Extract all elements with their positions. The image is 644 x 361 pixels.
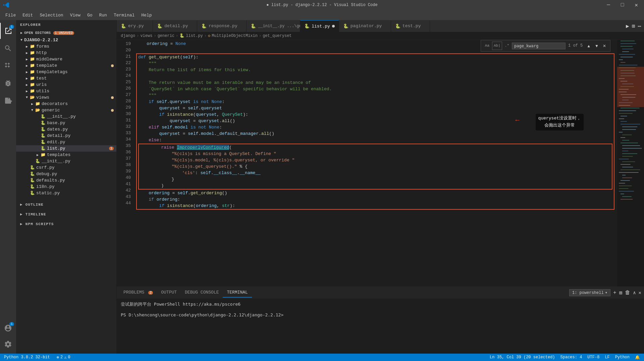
- panel-tab-terminal[interactable]: TERMINAL: [223, 288, 252, 298]
- sidebar-item-http[interactable]: ▶ 📁 http: [16, 50, 116, 56]
- timeline-header[interactable]: ▶ TIMELINE: [16, 209, 116, 219]
- sidebar-item-urls[interactable]: ▶ 📁 urls: [16, 82, 116, 88]
- npm-scripts-header[interactable]: ▶ NPM SCRIPTS: [16, 219, 116, 229]
- tab-list-py[interactable]: 🐍 list.py: [300, 20, 339, 32]
- tab-detail-label: detail.py: [164, 23, 188, 29]
- sidebar-item-forms[interactable]: ▶ 📁 forms: [16, 43, 116, 50]
- activity-source-control[interactable]: [0, 58, 16, 74]
- sidebar-item-template[interactable]: ▶ 📁 template: [16, 62, 116, 69]
- run-button[interactable]: ▶: [626, 23, 629, 30]
- code-editor[interactable]: Aa Ab| .* 1 of 5 ▲ ▼ ✕ ordering = None: [133, 40, 617, 287]
- sidebar-item-templates[interactable]: ▶ 📁 templates: [16, 152, 116, 158]
- tab-ery-py[interactable]: 🐍 ery.py ✕: [117, 20, 153, 32]
- status-spaces[interactable]: Spaces: 4: [559, 355, 584, 360]
- status-language[interactable]: Python: [614, 355, 631, 360]
- minimize-button[interactable]: ─: [604, 1, 613, 9]
- sidebar-item-i18n-py[interactable]: 🐍 i18n.py: [16, 184, 116, 190]
- sidebar-item-edit-py[interactable]: 🐍 edit.py: [16, 139, 116, 145]
- sidebar-item-decorators[interactable]: ▶ 📁 decorators: [16, 101, 116, 107]
- sidebar-item-defaults-py[interactable]: 🐍 defaults.py: [16, 177, 116, 184]
- find-input[interactable]: [512, 43, 566, 49]
- find-options-aa[interactable]: Aa: [484, 42, 491, 50]
- panel-tab-output[interactable]: OUTPUT: [157, 288, 181, 298]
- sidebar-item-views[interactable]: ▼ 📂 views: [16, 94, 116, 101]
- menu-file[interactable]: File: [3, 11, 18, 19]
- menu-edit[interactable]: Edit: [20, 11, 36, 19]
- find-prev-button[interactable]: ▲: [585, 43, 592, 49]
- find-close-button[interactable]: ✕: [601, 43, 607, 49]
- breadcrumb-mixin[interactable]: ◇ MultipleObjectMixin: [208, 33, 258, 38]
- panel-maximize-button[interactable]: ∧: [633, 290, 636, 296]
- tab-detail-py[interactable]: 🐍 detail.py ✕: [153, 20, 197, 32]
- terminal-line-3: PS D:\shencong\source-code\python\django…: [121, 312, 640, 317]
- sidebar-item-test[interactable]: ▶ 📁 test: [16, 75, 116, 82]
- tab-response-py[interactable]: 🐍 response.py ✕: [197, 20, 247, 32]
- project-name: DJANGO-2.2.12: [24, 38, 58, 43]
- menu-selection[interactable]: Selection: [37, 11, 66, 19]
- find-next-button[interactable]: ▼: [593, 43, 600, 49]
- sidebar-item-debug-py[interactable]: 🐍 debug.py: [16, 171, 116, 177]
- new-terminal-button[interactable]: +: [613, 290, 616, 296]
- breadcrumb-list-py[interactable]: 🐍 list.py: [179, 33, 203, 38]
- more-actions-button[interactable]: ⋯: [638, 22, 641, 30]
- tab-init-generic[interactable]: 🐍 __init__.py ...\generic ✕: [247, 20, 300, 32]
- tab-paginator-py[interactable]: 🐍 paginator.py ✕: [339, 20, 391, 32]
- generic-modified-dot: [111, 109, 114, 112]
- sidebar-item-templatetags[interactable]: ▶ 📁 templatetags: [16, 69, 116, 75]
- kill-terminal-button[interactable]: 🗑: [625, 290, 630, 296]
- activity-search[interactable]: [0, 40, 16, 56]
- sidebar-item-generic[interactable]: ▼ 📂 generic: [16, 107, 116, 113]
- menu-view[interactable]: View: [67, 11, 83, 19]
- panel-tab-debug-console[interactable]: DEBUG CONSOLE: [181, 288, 223, 298]
- sidebar-item-list-py[interactable]: 🐍 list.py 1: [16, 145, 116, 152]
- status-errors[interactable]: ⊗ 2 ⚠ 0: [55, 355, 72, 360]
- terminal-dropdown[interactable]: 1: powershell ▾: [569, 289, 610, 296]
- terminal-content[interactable]: 尝试新的跨平台 PowerShell https://aka.ms/pscore…: [117, 299, 644, 354]
- status-python-version[interactable]: Python 3.8.2 32-bit: [3, 355, 51, 360]
- activity-debug[interactable]: [0, 75, 16, 91]
- tab-test-py[interactable]: 🐍 test.py ✕: [391, 20, 430, 32]
- panel-tab-problems[interactable]: PROBLEMS 2: [119, 288, 157, 298]
- sidebar-item-dates-py[interactable]: 🐍 dates.py: [16, 126, 116, 133]
- menu-run[interactable]: Run: [96, 11, 109, 19]
- status-bell-icon: 🔔: [635, 355, 640, 360]
- open-editors-header[interactable]: ▶ OPEN EDITORS 1 UNSAVED: [16, 30, 116, 36]
- activity-extensions[interactable]: [0, 93, 16, 109]
- sidebar-item-init-py[interactable]: 🐍 __init__.py: [16, 113, 116, 120]
- outline-header[interactable]: ▶ OUTLINE: [16, 200, 116, 209]
- find-options-ab[interactable]: Ab|: [492, 42, 502, 50]
- sidebar-header[interactable]: EXPLORER: [16, 20, 116, 30]
- sidebar-item-static-py[interactable]: 🐍 static.py: [16, 190, 116, 196]
- sidebar-item-utils[interactable]: ▶ 📁 utils: [16, 88, 116, 94]
- sidebar-item-middleware[interactable]: ▶ 📁 middleware: [16, 56, 116, 62]
- file-dates-label: dates.py: [47, 127, 68, 132]
- sidebar-item-csrf-py[interactable]: 🐍 csrf.py: [16, 164, 116, 171]
- menu-terminal[interactable]: Terminal: [111, 11, 137, 19]
- split-editor-button[interactable]: ⊞: [632, 23, 635, 30]
- menu-go[interactable]: Go: [85, 11, 95, 19]
- status-line-ending[interactable]: LF: [603, 355, 611, 360]
- menu-help[interactable]: Help: [139, 11, 154, 19]
- close-button[interactable]: ✕: [632, 1, 641, 9]
- find-options-regex[interactable]: .*: [503, 42, 511, 50]
- split-terminal-button[interactable]: ⊞: [619, 290, 622, 296]
- sidebar-item-init2-py[interactable]: 🐍 __init__.py: [16, 158, 116, 164]
- breadcrumb-views[interactable]: views: [140, 34, 152, 38]
- activity-account[interactable]: 1: [0, 320, 16, 336]
- project-root[interactable]: ▼ DJANGO-2.2.12: [16, 37, 116, 43]
- minimap-canvas: [617, 40, 644, 208]
- sidebar-item-detail-py[interactable]: 🐍 detail.py: [16, 133, 116, 139]
- breadcrumb-django[interactable]: django: [121, 34, 135, 38]
- breadcrumb-generic[interactable]: generic: [158, 34, 174, 38]
- panel-close-button[interactable]: ✕: [639, 290, 641, 296]
- maximize-button[interactable]: □: [618, 1, 627, 9]
- status-encoding[interactable]: UTF-8: [586, 355, 601, 360]
- annotation-arrow: ←: [516, 117, 520, 123]
- activity-explorer[interactable]: 1: [0, 23, 16, 39]
- sidebar-item-base-py[interactable]: 🐍 base.py: [16, 120, 116, 126]
- breadcrumb-method[interactable]: get_queryset: [263, 34, 291, 38]
- status-notifications[interactable]: 🔔: [634, 355, 641, 360]
- titlebar-controls[interactable]: ─ □ ✕: [604, 1, 641, 9]
- status-position[interactable]: Ln 35, Col 39 (20 selected): [488, 355, 556, 360]
- activity-settings[interactable]: [0, 338, 16, 354]
